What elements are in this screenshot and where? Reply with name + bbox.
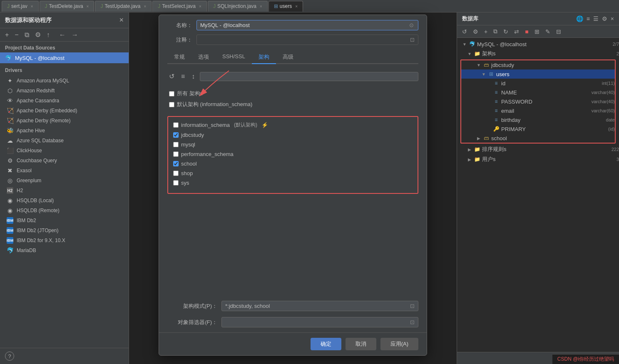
- driver-item-ibm-db2[interactable]: IBM IBM Db2: [0, 215, 129, 225]
- right-reload-button[interactable]: ↻: [502, 27, 510, 36]
- nav-forward-button[interactable]: →: [70, 30, 80, 40]
- tab-testselect[interactable]: J TestSelect.java ×: [152, 1, 207, 12]
- tab-close-icon[interactable]: ×: [31, 4, 33, 9]
- driver-item-hive[interactable]: 🐝 Apache Hive: [0, 126, 129, 136]
- schema-search-input[interactable]: [200, 72, 418, 81]
- schema-shop[interactable]: shop: [172, 169, 414, 178]
- nav-back-button[interactable]: ←: [57, 30, 67, 40]
- schema-checkbox-1[interactable]: [173, 132, 179, 138]
- right-filter-button[interactable]: ⊟: [554, 27, 563, 36]
- driver-item-hsqldb-local[interactable]: ◉ HSQLDB (Local): [0, 196, 129, 206]
- dialog-close-button[interactable]: ×: [119, 16, 124, 25]
- driver-item-couchbase[interactable]: ⚙ Couchbase Query: [0, 156, 129, 166]
- tab-schema[interactable]: 架构: [252, 51, 276, 63]
- all-schemas-option[interactable]: 所有 架构s: [167, 89, 418, 99]
- help-button[interactable]: ?: [5, 352, 14, 361]
- schema-mode-input[interactable]: *:jdbcstudy, school ⊡: [221, 301, 418, 311]
- right-edit-button[interactable]: ✎: [544, 27, 552, 36]
- name-input-wrapper[interactable]: ⊙: [196, 20, 418, 30]
- driver-item-hsqldb-remote[interactable]: ◉ HSQLDB (Remote): [0, 206, 129, 215]
- tab-close-icon[interactable]: ×: [144, 4, 146, 9]
- duplicate-button[interactable]: ⧉: [23, 30, 31, 40]
- tab-close-icon[interactable]: ×: [87, 4, 89, 9]
- tab-advanced[interactable]: 高级: [276, 51, 300, 63]
- schema-jdbcstudy[interactable]: jdbcstudy: [172, 131, 414, 139]
- driver-item-clickhouse[interactable]: ⬛ ClickHouse: [0, 146, 129, 156]
- tab-close-icon[interactable]: ×: [199, 4, 201, 9]
- tree-item-email[interactable]: ≡ email varchar(60): [461, 106, 615, 115]
- right-refresh-button[interactable]: ↺: [460, 27, 469, 36]
- expand-object-filter-icon[interactable]: ⊡: [410, 319, 415, 325]
- right-close-icon[interactable]: ×: [611, 15, 614, 22]
- right-copy-button[interactable]: ⧉: [492, 27, 499, 36]
- tab-sshssl[interactable]: SSH/SSL: [216, 51, 252, 63]
- tree-item-id[interactable]: ≡ id int(11): [461, 79, 615, 88]
- all-schemas-checkbox[interactable]: [169, 91, 174, 97]
- right-nav-button[interactable]: ⇄: [512, 27, 521, 36]
- tree-item-primary[interactable]: 🔑 PRIMARY (id): [461, 124, 615, 134]
- schema-checkbox-3[interactable]: [173, 151, 179, 157]
- schema-mysql[interactable]: mysql: [172, 140, 414, 149]
- schema-checkbox-4[interactable]: [173, 161, 179, 166]
- default-schema-option[interactable]: 默认架构 (information_schema): [167, 99, 418, 109]
- driver-item-mariadb[interactable]: 🐬 MariaDB: [0, 245, 129, 255]
- tree-item-school[interactable]: ▶ 🗃 school: [461, 134, 615, 143]
- right-add-button[interactable]: +: [482, 27, 489, 36]
- driver-item-h2[interactable]: H2 H2: [0, 186, 129, 196]
- driver-item-redshift[interactable]: ⬡ Amazon Redshift: [0, 86, 129, 96]
- tree-item-birthday[interactable]: ≡ birthday date: [461, 115, 615, 124]
- schema-checkbox-6[interactable]: [173, 180, 179, 186]
- tab-sqlinjection[interactable]: J SQLInjection.java ×: [208, 1, 268, 12]
- schema-checkbox-0[interactable]: [173, 122, 179, 128]
- schema-sys[interactable]: sys: [172, 178, 414, 187]
- schema-information-schema[interactable]: information_schema (默认架构) ⚡: [172, 120, 414, 130]
- driver-item-amazon-aurora[interactable]: ✦ Amazon Aurora MySQL: [0, 76, 129, 86]
- globe-icon[interactable]: 🌐: [576, 15, 583, 22]
- tree-item-password[interactable]: ≡ PASSWORD varchar(40): [461, 97, 615, 106]
- driver-item-cassandra[interactable]: 👁 Apache Cassandra: [0, 96, 129, 106]
- refresh-button[interactable]: ↺: [167, 72, 176, 81]
- lines-icon[interactable]: ≡: [587, 15, 590, 22]
- driver-item-greenplum[interactable]: ◎ Greenplum: [0, 176, 129, 186]
- schema-checkbox-5[interactable]: [173, 171, 179, 176]
- schema-school[interactable]: school: [172, 159, 414, 168]
- settings-button[interactable]: ⚙: [33, 30, 42, 40]
- sidebar-item-mysql[interactable]: 🐬 MySQL - @localhost: [0, 52, 129, 63]
- tab-users[interactable]: ⊞ users ×: [268, 1, 303, 12]
- tab-close-icon[interactable]: ×: [260, 4, 262, 9]
- right-table-button[interactable]: ⊞: [533, 27, 541, 36]
- apply-button[interactable]: 应用(A): [380, 338, 418, 350]
- right-settings2-button[interactable]: ⚙: [471, 27, 480, 36]
- note-expand-icon[interactable]: ⊡: [410, 37, 415, 43]
- tree-item-users-folder[interactable]: ▶ 📁 用户s 3: [457, 154, 619, 164]
- tree-item-name[interactable]: ≡ NAME varchar(40): [461, 88, 615, 97]
- tab-options[interactable]: 选项: [191, 51, 216, 63]
- tree-item-jdbcstudy[interactable]: ▼ 🗃 jdbcstudy: [461, 60, 615, 69]
- tree-item-mysql[interactable]: ▼ 🐬 MySQL - @localhost 2/7: [457, 40, 619, 49]
- tab-close-icon[interactable]: ×: [295, 4, 298, 9]
- tree-item-collation[interactable]: ▶ 📁 排序规则s 222: [457, 144, 619, 154]
- collapse-all-button[interactable]: ≡: [179, 72, 186, 81]
- expand-schema-mode-icon[interactable]: ⊡: [410, 303, 415, 309]
- add-button[interactable]: +: [3, 30, 10, 40]
- driver-item-exasol[interactable]: ✖ Exasol: [0, 166, 129, 176]
- name-input[interactable]: [200, 22, 408, 28]
- driver-item-derby-embedded[interactable]: 🏹 Apache Derby (Embedded): [0, 106, 129, 116]
- object-filter-input[interactable]: ⊡: [221, 317, 418, 327]
- tab-testdelete[interactable]: J TestDelete.java ×: [40, 1, 94, 12]
- tree-item-users[interactable]: ▼ ⊞ users: [461, 69, 615, 79]
- right-settings-icon[interactable]: ⚙: [602, 15, 607, 22]
- driver-item-derby-remote[interactable]: 🏹 Apache Derby (Remote): [0, 116, 129, 126]
- confirm-button[interactable]: 确定: [311, 338, 341, 350]
- move-up-button[interactable]: ↑: [45, 30, 52, 40]
- default-schema-checkbox[interactable]: [169, 102, 174, 107]
- tab-general[interactable]: 常规: [167, 51, 191, 63]
- tab-testupdate[interactable]: J TestUpdate.java ×: [95, 1, 152, 12]
- driver-item-ibm-db2-9x[interactable]: IBM IBM Db2 for 9.X, 10.X: [0, 235, 129, 245]
- expand-all-button[interactable]: ↕: [190, 72, 196, 81]
- driver-item-azure[interactable]: ☁ Azure SQL Database: [0, 136, 129, 146]
- tab-sert[interactable]: J sert.jav ×: [2, 1, 39, 12]
- schema-performance-schema[interactable]: performance_schema: [172, 150, 414, 158]
- note-input[interactable]: ⊡: [196, 35, 418, 45]
- collapse-icon[interactable]: ☰: [593, 15, 599, 22]
